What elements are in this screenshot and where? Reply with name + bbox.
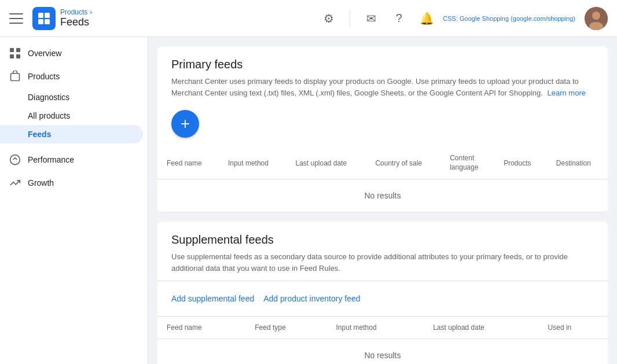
breadcrumb-current: Feeds	[60, 16, 94, 28]
svg-rect-9	[10, 54, 14, 58]
account-subtitle: CSS: Google Shopping (google.com/shoppin…	[443, 15, 575, 22]
logo-area: Products › Feeds	[32, 7, 94, 30]
primary-feeds-title: Primary feeds	[171, 58, 594, 71]
breadcrumb: Products › Feeds	[60, 8, 94, 28]
sidebar-sub-label-diagnostics: Diagnostics	[28, 93, 69, 102]
svg-rect-11	[11, 73, 20, 81]
add-primary-feed-button[interactable]: +	[171, 110, 199, 138]
primary-feeds-section: Primary feeds Merchant Center uses prima…	[157, 46, 608, 212]
supplemental-feeds-table: Feed name Feed type Input method Last up…	[157, 317, 608, 364]
svg-rect-2	[38, 19, 43, 24]
sidebar-label-performance: Performance	[28, 155, 74, 164]
notifications-button[interactable]: 🔔	[415, 7, 438, 30]
sidebar-label-products: Products	[28, 72, 60, 81]
mail-button[interactable]: ✉	[359, 7, 383, 30]
sidebar-item-performance[interactable]: Performance	[0, 148, 143, 171]
top-navigation: Products › Feeds ⚙ ✉ ? 🔔 CSS: Google Sho…	[0, 0, 617, 37]
supp-col-used-in: Used in	[539, 317, 608, 339]
svg-rect-0	[38, 13, 43, 18]
add-product-inventory-feed-link[interactable]: Add product inventory feed	[263, 291, 360, 307]
svg-point-5	[592, 12, 600, 20]
supp-col-feed-name: Feed name	[157, 317, 245, 339]
help-button[interactable]: ?	[387, 7, 410, 30]
svg-rect-7	[10, 48, 14, 52]
sidebar-sub-label-all-products: All products	[28, 111, 70, 120]
sidebar: Overview Products Diagnostics All produc…	[0, 37, 148, 364]
plus-icon: +	[181, 116, 190, 132]
nav-icons: ⚙ ✉ ? 🔔 CSS: Google Shopping (google.com…	[317, 7, 608, 30]
main-content: Primary feeds Merchant Center uses prima…	[148, 37, 617, 364]
svg-rect-3	[45, 19, 50, 24]
col-feed-name: Feed name	[157, 147, 219, 179]
svg-point-12	[10, 155, 20, 165]
shopping-bag-icon	[9, 71, 21, 82]
sidebar-sub-feeds[interactable]: Feeds	[0, 125, 143, 144]
logo-icon	[37, 12, 51, 25]
main-layout: Overview Products Diagnostics All produc…	[0, 37, 617, 364]
supplemental-feeds-title: Supplemental feeds	[171, 233, 594, 247]
primary-feeds-no-results: No results	[157, 179, 608, 212]
col-products: Products	[494, 147, 547, 179]
menu-button[interactable]	[9, 12, 23, 25]
avatar[interactable]	[585, 7, 608, 30]
col-content-lang: Contentlanguage	[440, 147, 494, 179]
sidebar-sub-diagnostics[interactable]: Diagnostics	[0, 88, 148, 106]
col-input-method: Input method	[219, 147, 287, 179]
breadcrumb-parent[interactable]: Products	[60, 8, 87, 16]
primary-feeds-description: Merchant Center uses primary feeds to di…	[171, 76, 594, 98]
svg-rect-10	[16, 54, 20, 58]
sidebar-label-growth: Growth	[28, 178, 54, 187]
supplemental-feeds-header: Supplemental feeds Use supplemental feed…	[157, 222, 608, 281]
sidebar-sub-label-feeds: Feeds	[28, 130, 51, 139]
avatar-image	[585, 7, 608, 30]
primary-feeds-header: Primary feeds Merchant Center uses prima…	[157, 46, 608, 105]
nav-divider	[350, 9, 350, 28]
supplemental-feeds-section: Supplemental feeds Use supplemental feed…	[157, 222, 608, 364]
breadcrumb-chevron: ›	[90, 8, 92, 16]
bar-chart-icon	[9, 154, 21, 166]
col-last-upload: Last upload date	[286, 147, 366, 179]
supplemental-feeds-actions: Add supplemental feed Add product invent…	[157, 281, 608, 316]
svg-rect-8	[16, 48, 20, 52]
supplemental-feeds-header-row: Feed name Feed type Input method Last up…	[157, 317, 608, 339]
account-info: CSS: Google Shopping (google.com/shoppin…	[443, 15, 575, 22]
trending-up-icon	[9, 177, 21, 189]
supp-col-input-method: Input method	[327, 317, 424, 339]
supp-col-feed-type: Feed type	[245, 317, 326, 339]
add-supplemental-feed-link[interactable]: Add supplemental feed	[171, 291, 254, 307]
app-logo	[32, 7, 56, 30]
primary-feeds-header-row: Feed name Input method Last upload date …	[157, 147, 608, 179]
col-country: Country of sale	[366, 147, 440, 179]
supp-col-last-upload: Last upload date	[424, 317, 538, 339]
col-destination: Destination	[547, 147, 608, 179]
grid-icon	[9, 47, 21, 59]
learn-more-link[interactable]: Learn more	[548, 89, 586, 97]
svg-rect-1	[45, 13, 50, 18]
sidebar-item-products[interactable]: Products	[0, 65, 143, 88]
sidebar-item-overview[interactable]: Overview	[0, 42, 143, 65]
settings-button[interactable]: ⚙	[317, 7, 340, 30]
sidebar-label-overview: Overview	[28, 49, 61, 58]
sidebar-item-growth[interactable]: Growth	[0, 171, 143, 194]
supplemental-feeds-table-section: Feed name Feed type Input method Last up…	[157, 316, 608, 364]
supplemental-feeds-no-results: No results	[157, 339, 608, 364]
primary-feeds-table: Feed name Input method Last upload date …	[157, 147, 608, 212]
sidebar-sub-all-products[interactable]: All products	[0, 106, 148, 125]
supplemental-feeds-description: Use supplemental feeds as a secondary da…	[171, 251, 594, 274]
